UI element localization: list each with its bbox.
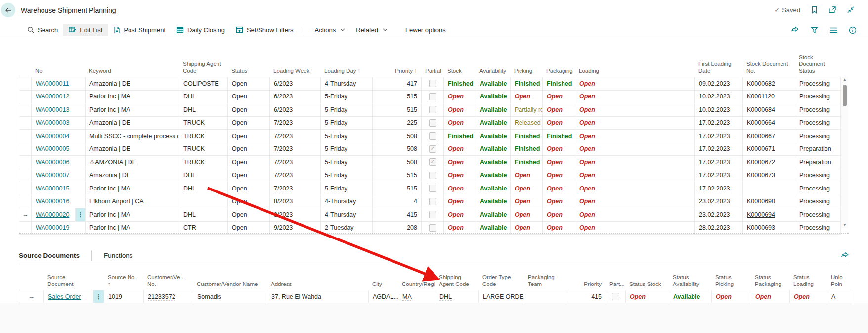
tab-functions[interactable]: Functions xyxy=(104,252,133,259)
checkbox-partial[interactable] xyxy=(429,119,436,127)
column-header-status_stock[interactable]: Status Stock xyxy=(625,281,669,290)
post-shipment-button[interactable]: Post Shipment xyxy=(108,24,171,36)
cell-no[interactable]: WA0000007 xyxy=(32,169,76,182)
column-header-agent[interactable]: Shipping Agent Code xyxy=(179,61,227,77)
column-header-doc_no[interactable]: Stock Document No. xyxy=(742,61,795,77)
choose-columns-icon[interactable] xyxy=(829,26,838,35)
related-menu-button[interactable]: Related xyxy=(350,24,393,36)
info-icon[interactable] xyxy=(848,26,857,35)
edit-list-button[interactable]: Edit List xyxy=(63,24,108,36)
checkbox-partial[interactable] xyxy=(429,93,436,100)
table-row[interactable]: →WA0000020⋮Parlor Inc | MADHLOpen8/20234… xyxy=(19,208,841,222)
cell-no[interactable]: WA0000004 xyxy=(32,130,76,143)
cell-partial[interactable]: ✓ xyxy=(422,156,444,169)
column-header-customer_name[interactable]: Customer/Vendor Name xyxy=(193,281,267,290)
column-header-partial[interactable]: Partial xyxy=(421,68,443,77)
cell-no[interactable]: WA0000011 xyxy=(32,77,76,90)
set-show-filters-button[interactable]: Set/Show Filters xyxy=(230,24,299,36)
open-in-new-window-icon[interactable] xyxy=(828,5,837,14)
column-header-address[interactable]: Address xyxy=(267,281,368,290)
cell-no[interactable]: WA0000012 xyxy=(32,91,76,103)
column-header-first_date[interactable]: First Loading Date xyxy=(694,61,742,77)
table-row[interactable]: WA0000015Parlor Inc | MADHLOpen7/20235-F… xyxy=(19,182,841,195)
cell-partial[interactable] xyxy=(422,91,444,103)
table-row[interactable]: WA0000004Multi SSCC - complete process c… xyxy=(19,130,841,143)
cell-partial[interactable] xyxy=(422,182,444,195)
filter-icon[interactable] xyxy=(810,26,819,35)
cell-source_document[interactable]: Sales Order xyxy=(44,290,93,303)
column-header-picking[interactable]: Picking xyxy=(510,68,542,77)
cell-no[interactable]: WA0000016 xyxy=(32,195,76,208)
column-header-source_document[interactable]: Source Document xyxy=(43,274,93,290)
column-header-priority[interactable]: Priority ↑ xyxy=(372,68,421,77)
cell-no[interactable]: WA0000015 xyxy=(32,182,76,195)
vertical-scrollbar[interactable]: ▲ ▼ xyxy=(841,77,848,228)
cell-no[interactable]: WA0000003 xyxy=(32,117,76,130)
table-row[interactable]: WA0000003Amazonia | DETRUCKOpen7/20235-F… xyxy=(19,117,841,130)
cell-partial[interactable] xyxy=(422,169,444,182)
table-row[interactable]: WA0000013Parlor Inc | MADHLOpen6/20235-F… xyxy=(19,103,841,117)
pane-splitter[interactable] xyxy=(19,233,849,234)
column-header-packaging[interactable]: Packaging xyxy=(542,68,575,77)
cell-partial[interactable] xyxy=(422,130,444,143)
bookmark-icon[interactable] xyxy=(810,5,819,14)
column-header-status_packaging[interactable]: Status Packaging xyxy=(751,274,789,290)
checkbox-partial[interactable] xyxy=(429,80,436,87)
cell-no[interactable]: WA0000006 xyxy=(32,156,76,169)
checkbox-partial[interactable] xyxy=(429,185,436,192)
cell-partial[interactable] xyxy=(422,208,444,221)
column-header-part[interactable]: Part... xyxy=(606,281,625,290)
table-row[interactable]: WA0000016Elkhorn Airport | CAOpen8/20234… xyxy=(19,195,841,209)
share-icon[interactable] xyxy=(840,251,849,260)
cell-no[interactable]: WA0000013 xyxy=(32,103,76,116)
column-header-keyword[interactable]: Keyword xyxy=(85,68,179,77)
back-button[interactable] xyxy=(1,3,15,17)
column-header-status_loading[interactable]: Status Loading xyxy=(789,274,827,290)
table-row[interactable]: WA0000012Parlor Inc | MADHLOpen6/20235-F… xyxy=(19,91,841,104)
column-header-status_availability[interactable]: Status Availability xyxy=(669,274,711,290)
column-header-availability[interactable]: Availability xyxy=(476,68,510,77)
cell-partial[interactable] xyxy=(422,103,444,116)
column-header-agent[interactable]: Shipping Agent Code xyxy=(435,274,478,290)
cell-partial[interactable] xyxy=(422,195,444,208)
column-header-order_type[interactable]: Order Type Code xyxy=(478,274,524,290)
search-button[interactable]: Search xyxy=(22,24,63,36)
cell-no[interactable]: WA0000020 xyxy=(32,208,76,221)
checkbox-partial[interactable] xyxy=(429,106,436,113)
share-icon[interactable] xyxy=(790,26,799,35)
checkbox-partial[interactable] xyxy=(429,211,436,218)
table-row[interactable]: WA0000005Amazonia | DETRUCKOpen7/20235-F… xyxy=(19,143,841,156)
checkbox-partial[interactable]: ✓ xyxy=(429,158,436,166)
actions-menu-button[interactable]: Actions xyxy=(309,24,351,36)
cell-part[interactable] xyxy=(606,290,626,303)
daily-closing-button[interactable]: Daily Closing xyxy=(171,24,230,36)
row-menu-icon[interactable]: ⋮ xyxy=(76,208,85,221)
scrollbar-thumb[interactable] xyxy=(843,85,847,106)
table-row[interactable]: WA0000011Amazonia | DECOLIPOSTEOpen6/202… xyxy=(19,77,841,91)
cell-partial[interactable] xyxy=(422,117,444,130)
checkbox-partial[interactable] xyxy=(429,172,436,179)
table-row[interactable]: →Sales Order⋮101921233572Somadis37, Rue … xyxy=(19,290,853,303)
column-header-no[interactable]: No. xyxy=(31,68,75,77)
column-header-status[interactable]: Status xyxy=(227,68,269,77)
row-menu-icon[interactable]: ⋮ xyxy=(93,290,104,303)
column-header-day[interactable]: Loading Day ↑ xyxy=(320,68,372,77)
checkbox-part[interactable] xyxy=(612,293,619,300)
column-header-pack_team[interactable]: Packaging Team xyxy=(524,274,566,290)
column-header-status_picking[interactable]: Status Picking xyxy=(711,274,751,290)
scroll-down-icon[interactable]: ▼ xyxy=(841,222,848,228)
tab-source-documents[interactable]: Source Documents xyxy=(19,252,80,259)
column-header-week[interactable]: Loading Week xyxy=(269,68,320,77)
column-header-priority[interactable]: Priority xyxy=(566,281,606,290)
column-header-stock[interactable]: Stock xyxy=(443,68,476,77)
column-header-loading[interactable]: Loading xyxy=(575,68,694,77)
cell-partial[interactable] xyxy=(422,77,444,90)
column-header-doc_status[interactable]: Stock Document Status xyxy=(795,54,840,77)
table-row[interactable]: WA0000006⚠AMZONIA | DETRUCKOpen7/20235-F… xyxy=(19,156,841,169)
collapse-icon[interactable] xyxy=(846,5,855,14)
column-header-customer_no[interactable]: Customer/Ve... No. xyxy=(143,274,193,290)
table-row[interactable]: WA0000007Amazonia | DEDHLOpen7/20235-Fri… xyxy=(19,169,841,183)
checkbox-partial[interactable] xyxy=(429,224,436,232)
column-header-country[interactable]: Country/Regi... xyxy=(398,281,435,290)
column-header-source_no[interactable]: Source No. ↑ xyxy=(104,274,143,290)
